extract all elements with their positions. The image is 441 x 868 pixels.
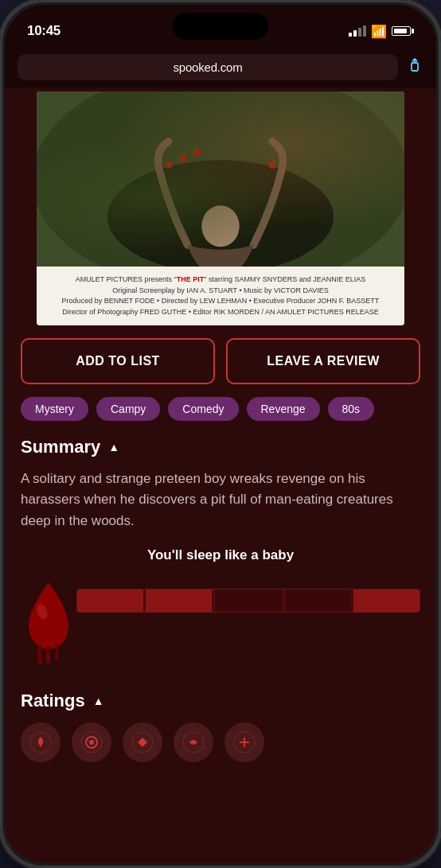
ratings-header[interactable]: Ratings ▲	[21, 691, 420, 711]
dynamic-island	[173, 13, 268, 40]
sleep-label: You'll sleep like a baby	[21, 547, 420, 563]
wifi-icon: 📶	[371, 24, 387, 39]
svg-rect-9	[37, 91, 404, 267]
status-icons: 📶	[349, 24, 414, 39]
svg-point-4	[201, 205, 239, 247]
meter-segment-3	[214, 590, 281, 612]
meter-segment-1	[77, 590, 143, 612]
ratings-expand-icon: ▲	[93, 695, 104, 707]
summary-title: Summary	[21, 437, 100, 457]
ratings-title: Ratings	[21, 691, 85, 711]
ratings-section: Ratings ▲	[5, 691, 436, 778]
url-text: spooked.com	[173, 60, 242, 74]
summary-expand-icon: ▲	[108, 441, 119, 453]
svg-point-6	[179, 154, 186, 162]
meter-bar	[76, 589, 420, 613]
rating-icon-4	[174, 722, 213, 762]
poster-credits: AMULET PICTURES presents "THE PIT" starr…	[37, 267, 404, 325]
svg-point-7	[193, 149, 201, 156]
svg-point-8	[268, 161, 275, 168]
rating-icon-5	[224, 722, 264, 762]
svg-rect-1	[37, 91, 404, 267]
svg-rect-0	[412, 63, 418, 71]
battery-icon	[392, 26, 414, 36]
sleep-meter-section: You'll sleep like a baby	[5, 547, 436, 691]
blood-drop-icon	[21, 576, 76, 667]
credits-line1: AMULET PICTURES presents "THE PIT" starr…	[46, 274, 395, 286]
meter-bar-container	[76, 576, 420, 613]
share-icon[interactable]	[406, 56, 423, 78]
meter-row	[21, 576, 420, 667]
summary-header[interactable]: Summary ▲	[21, 437, 420, 457]
leave-review-button[interactable]: LEAVE A REVIEW	[226, 338, 420, 384]
tag-80s[interactable]: 80s	[328, 397, 375, 421]
action-buttons: ADD TO LIST LEAVE A REVIEW	[5, 325, 436, 397]
svg-point-5	[165, 161, 172, 168]
meter-segment-4	[284, 590, 351, 612]
main-content: AMULET PICTURES presents "THE PIT" starr…	[5, 88, 436, 859]
status-bar: 10:45 📶	[5, 5, 436, 48]
summary-text: A solitary and strange preteen boy wreak…	[21, 469, 420, 531]
status-time: 10:45	[27, 23, 60, 39]
tag-campy[interactable]: Campy	[96, 397, 160, 421]
svg-point-16	[89, 740, 94, 745]
url-bar[interactable]: spooked.com	[18, 54, 398, 80]
browser-bar: spooked.com	[5, 48, 436, 88]
tag-mystery[interactable]: Mystery	[21, 397, 88, 421]
tags-container: Mystery Campy Comedy Revenge 80s	[5, 397, 436, 437]
tag-comedy[interactable]: Comedy	[168, 397, 238, 421]
summary-section: Summary ▲ A solitary and strange preteen…	[5, 437, 436, 547]
poster-image	[37, 91, 404, 267]
rating-icon-3	[123, 722, 162, 762]
movie-poster: AMULET PICTURES presents "THE PIT" starr…	[37, 91, 404, 325]
svg-point-3	[107, 160, 334, 267]
credits-line2: Original Screenplay by IAN A. STUART • M…	[46, 286, 395, 297]
ratings-icons	[21, 722, 420, 762]
credits-line3: Produced by BENNET FODE • Directed by LE…	[46, 296, 395, 307]
svg-point-2	[37, 91, 404, 267]
rating-icon-1	[21, 722, 60, 762]
add-to-list-button[interactable]: ADD TO LIST	[21, 338, 215, 384]
meter-segment-2	[146, 590, 212, 612]
meter-segment-5	[353, 590, 420, 612]
signal-icon	[349, 25, 366, 37]
rating-icon-2	[72, 722, 111, 762]
credits-line4: Director of Photography FRED GUTHE • Edi…	[46, 307, 395, 318]
tag-revenge[interactable]: Revenge	[247, 397, 320, 421]
poster-container: AMULET PICTURES presents "THE PIT" starr…	[5, 91, 436, 325]
